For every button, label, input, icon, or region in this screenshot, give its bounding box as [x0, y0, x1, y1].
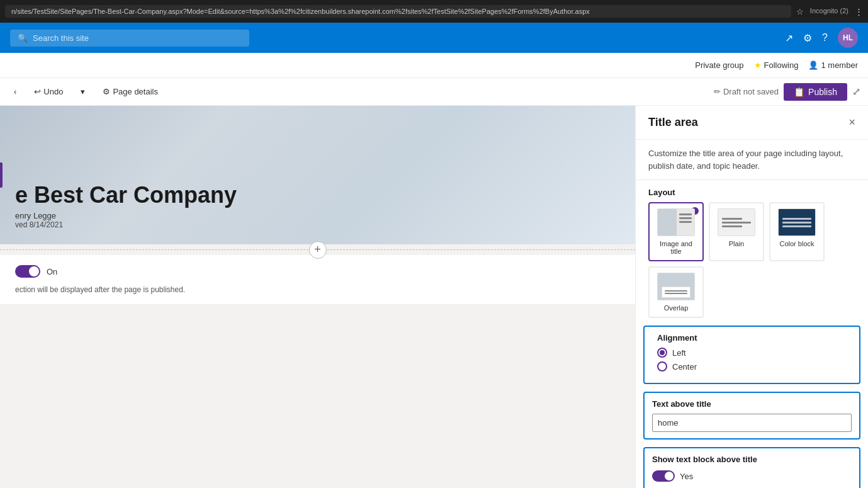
- alignment-center-label: Center: [672, 362, 697, 372]
- members-label: 1 member: [821, 60, 858, 70]
- share-icon[interactable]: ↗: [785, 32, 793, 44]
- following-star-icon: ★: [754, 60, 762, 70]
- page-content: e Best Car Company enry Legge ved 8/14/2…: [0, 106, 635, 488]
- page-details-label: Page details: [113, 87, 158, 96]
- layout-section-title: Layout: [636, 180, 868, 202]
- add-section-button[interactable]: +: [309, 241, 327, 259]
- hero-date: ved 8/14/2021: [15, 220, 237, 229]
- text-above-title-label: Text above title: [652, 399, 852, 409]
- publish-label: Publish: [808, 87, 837, 97]
- layout-label-color-block: Color block: [779, 240, 814, 247]
- site-header: Private group ★ Following 👤 1 member: [0, 53, 868, 78]
- section-toggle[interactable]: [15, 265, 40, 278]
- help-icon[interactable]: ?: [822, 32, 828, 43]
- show-text-block-toggle-thumb: [665, 472, 674, 480]
- following-label: Following: [764, 60, 799, 70]
- publish-icon: 📋: [794, 87, 804, 97]
- back-icon: ‹: [14, 87, 16, 96]
- undo-icon: ↩: [34, 87, 41, 96]
- page-details-button[interactable]: ⚙ Page details: [96, 83, 164, 100]
- edit-icon: ✏: [714, 87, 721, 96]
- plain-icon: [718, 208, 755, 236]
- layout-label-image-title: Image and title: [655, 240, 697, 255]
- panel-title: Title area: [648, 116, 848, 129]
- layout-options: Image and title Plain: [636, 202, 868, 326]
- toggle-label: On: [47, 267, 57, 276]
- undo-label: Undo: [43, 87, 63, 96]
- browser-icons: ☆ Incognito (2) ⋮: [796, 7, 863, 16]
- hero-area[interactable]: e Best Car Company enry Legge ved 8/14/2…: [0, 106, 635, 244]
- alignment-left-option[interactable]: Left: [657, 348, 847, 358]
- private-group-label: Private group: [695, 60, 743, 70]
- layout-icon-image-title: [657, 208, 695, 236]
- add-section-line-right: [318, 249, 636, 250]
- show-block-section: Show text block above title Yes Show pub…: [643, 447, 860, 488]
- page-title: e Best Car Company: [15, 182, 237, 208]
- add-section-line-left: [0, 249, 318, 250]
- main-content: e Best Car Company enry Legge ved 8/14/2…: [0, 106, 868, 488]
- show-text-block-toggle-label: Yes: [680, 472, 693, 481]
- edit-indicator: [0, 162, 3, 188]
- hero-author: enry Legge: [15, 211, 237, 220]
- text-above-title-section: Text above title: [643, 392, 860, 440]
- alignment-section-title: Alignment: [657, 327, 847, 348]
- layout-label-plain: Plain: [729, 240, 744, 247]
- layout-label-overlap: Overlap: [664, 304, 689, 312]
- show-text-block-toggle[interactable]: [652, 470, 675, 482]
- layout-option-plain[interactable]: Plain: [709, 202, 764, 261]
- alignment-left-radio: [657, 348, 667, 358]
- sp-topnav: 🔍 Search this site ↗ ⚙ ? HL: [0, 23, 868, 53]
- topnav-right: ↗ ⚙ ? HL: [785, 28, 858, 48]
- alignment-center-option[interactable]: Center: [657, 361, 847, 372]
- search-box[interactable]: 🔍 Search this site: [10, 30, 249, 47]
- image-title-icon: [658, 208, 694, 236]
- layout-option-overlap[interactable]: Overlap: [648, 266, 704, 318]
- right-panel: Title area × Customize the title area of…: [635, 106, 868, 488]
- toolbar-right: ✏ Draft not saved 📋 Publish ⤢: [714, 83, 860, 101]
- layout-icon-plain: [718, 208, 755, 236]
- panel-description: Customize the title area of your page in…: [636, 140, 868, 180]
- edit-toolbar: ‹ ↩ Undo ▾ ⚙ Page details ✏ Draft not sa…: [0, 78, 868, 106]
- person-icon: 👤: [808, 60, 818, 70]
- layout-option-image-title[interactable]: Image and title: [648, 202, 704, 261]
- publish-button[interactable]: 📋 Publish: [784, 83, 847, 101]
- layout-option-color-block[interactable]: Color block: [769, 202, 825, 261]
- members-section: 👤 1 member: [808, 60, 858, 70]
- site-header-right: Private group ★ Following 👤 1 member: [695, 60, 858, 70]
- alignment-section: Alignment Left Center: [643, 326, 860, 384]
- show-text-block-title: Show text block above title: [652, 455, 852, 464]
- panel-header: Title area ×: [636, 106, 868, 140]
- star-icon[interactable]: ☆: [796, 7, 804, 16]
- chevron-down-button[interactable]: ▾: [74, 83, 91, 100]
- panel-close-button[interactable]: ×: [848, 116, 855, 129]
- toggle-thumb: [29, 266, 39, 276]
- alignment-center-radio: [657, 361, 667, 372]
- toggle-section: On ection will be displayed after the pa…: [0, 255, 635, 304]
- browser-url: n/sites/TestSite/SitePages/The-Best-Car-…: [5, 5, 791, 18]
- back-button[interactable]: ‹: [8, 83, 23, 100]
- text-above-title-input[interactable]: [652, 414, 852, 432]
- alignment-left-label: Left: [672, 348, 686, 358]
- toggle-row: On: [15, 265, 620, 278]
- overlap-icon: [658, 273, 694, 300]
- search-placeholder: Search this site: [33, 33, 89, 43]
- profile-icon: Incognito (2): [810, 7, 848, 16]
- more-icon[interactable]: ⋮: [855, 7, 863, 16]
- layout-icon-color-block: [778, 208, 816, 236]
- hero-content: e Best Car Company enry Legge ved 8/14/2…: [15, 182, 237, 229]
- color-block-icon: [779, 208, 815, 236]
- draft-label: ✏ Draft not saved: [714, 87, 779, 96]
- expand-icon[interactable]: ⤢: [852, 86, 860, 98]
- avatar[interactable]: HL: [838, 28, 858, 48]
- undo-button[interactable]: ↩ Undo: [28, 83, 69, 100]
- following-button[interactable]: ★ Following: [754, 60, 799, 70]
- show-text-block-toggle-row: Yes: [652, 470, 852, 482]
- section-info-text: ection will be displayed after the page …: [15, 285, 620, 294]
- chevron-down-icon: ▾: [81, 87, 85, 96]
- settings-icon[interactable]: ⚙: [803, 32, 812, 44]
- browser-bar: n/sites/TestSite/SitePages/The-Best-Car-…: [0, 0, 868, 23]
- search-icon: 🔍: [18, 33, 28, 43]
- add-section-bar: +: [0, 244, 635, 255]
- gear-icon: ⚙: [103, 87, 110, 96]
- layout-icon-overlap: [657, 273, 695, 300]
